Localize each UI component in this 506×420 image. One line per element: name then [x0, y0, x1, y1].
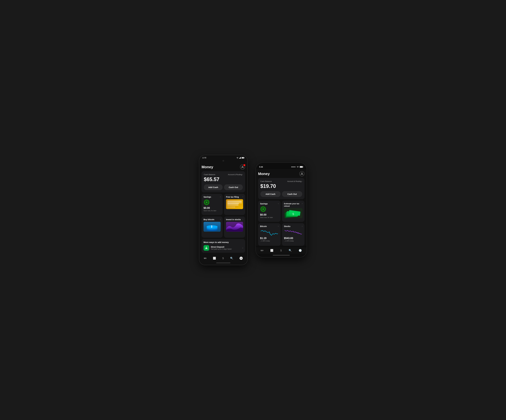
ios-bottom-cards-grid: Bitcoin › $1.19 ↓ 2.48% today Stocks: [258, 223, 305, 246]
ios-bitcoin-change: ↓ 2.48% today: [260, 240, 279, 242]
android-avatar[interactable]: 1: [240, 164, 245, 170]
ios-balance-card: Cash Balance Account & Routing › $19.70 …: [258, 178, 305, 199]
android-nav-notifications[interactable]: 11: [240, 257, 243, 260]
ios-add-cash-button[interactable]: Add Cash: [260, 191, 280, 197]
ios-nav-search[interactable]: 🔍: [289, 249, 292, 252]
notification-badge: 1: [243, 164, 245, 166]
android-direct-deposit[interactable]: Direct Deposit Get paid up to 2 days fas…: [204, 245, 243, 251]
ios-bottom-nav: $19 ⬜ $ 🔍 🕐: [256, 247, 307, 254]
ios-notch: [269, 165, 286, 169]
android-header: Money 1: [201, 162, 245, 171]
ios-balance-amount: $19.70: [260, 183, 302, 189]
direct-deposit-title: Direct Deposit: [211, 246, 241, 248]
android-savings-card[interactable]: Savings › $0.00 Save now, for later: [201, 194, 223, 215]
bitcoin-illustration: ₿: [204, 222, 221, 232]
ios-bitcoin-amount: $1.19: [260, 237, 279, 240]
ios-bitcoin-chart: [260, 228, 279, 237]
ios-search-nav-icon: 🔍: [289, 249, 292, 252]
android-nav-dollar[interactable]: $: [222, 257, 224, 260]
svg-point-7: [242, 166, 243, 167]
ios-savings-chevron: ›: [278, 203, 279, 204]
ios-tax-card[interactable]: Estimate your tax refund ›: [282, 201, 305, 222]
svg-text:₿: ₿: [211, 225, 212, 228]
ios-bitcoin-chevron: ›: [278, 225, 279, 227]
android-more-ways-title: More ways to add money: [204, 241, 243, 243]
ios-phone: 5:44: [256, 163, 307, 257]
banking-icon: ⬜: [213, 257, 216, 260]
android-add-cash-button[interactable]: Add Cash: [204, 184, 223, 190]
tax-image: [226, 199, 243, 209]
search-nav-icon: 🔍: [230, 257, 233, 260]
android-time: 12:55: [202, 157, 206, 159]
android-more-ways: More ways to add money Direct Deposit Ge…: [201, 239, 245, 253]
svg-point-19: [301, 173, 302, 174]
android-nav-banking[interactable]: ⬜: [213, 257, 216, 260]
ios-savings-card[interactable]: Savings › $0.00 Save now, for later: [258, 201, 280, 222]
android-balance-amount: $65.57: [204, 177, 243, 182]
ios-signal: [291, 167, 296, 167]
android-title: Money: [201, 165, 213, 169]
download-icon: [205, 246, 208, 249]
ios-dollar-icon: $: [280, 249, 282, 252]
ios-stocks-card[interactable]: Stocks › $543.83 ↓ 1.43% today: [282, 223, 305, 246]
tax-chevron: ›: [243, 196, 243, 198]
android-savings-amount: $0.00: [204, 207, 221, 210]
ios-stocks-chevron: ›: [302, 225, 302, 227]
android-balance-label: Cash Balance: [204, 173, 215, 176]
svg-rect-5: [244, 158, 245, 158]
savings-icon: [204, 199, 210, 205]
ios-wifi-icon: [297, 166, 299, 168]
svg-rect-6: [242, 157, 244, 158]
android-stocks-card[interactable]: Invest in stocks ›: [224, 217, 245, 238]
svg-rect-2: [240, 157, 241, 159]
ios-avatar[interactable]: [299, 171, 305, 176]
ios-nav-history[interactable]: 🕐: [299, 249, 302, 252]
stocks-image: [226, 222, 243, 232]
dollar-icon: $: [222, 257, 224, 260]
direct-deposit-subtitle: Get paid up to 2 days faster: [211, 248, 241, 250]
ios-cash-out-button[interactable]: Cash Out: [282, 191, 302, 197]
ios-nav-banking[interactable]: ⬜: [270, 249, 273, 252]
ios-home-bar: [273, 255, 290, 256]
ios-header: Money: [258, 169, 305, 178]
android-tax-card[interactable]: Free tax filing ›: [224, 194, 245, 215]
ios-banking-icon: ⬜: [270, 249, 273, 252]
svg-rect-17: [303, 167, 303, 167]
android-nav-balance[interactable]: $65: [204, 257, 206, 259]
signal-icon: [239, 157, 241, 159]
bitcoin-chart-svg: [260, 228, 279, 237]
ios-content: Money Cash Balance Account & Routing ›: [256, 169, 307, 246]
android-account-routing[interactable]: Account & Routing ›: [228, 174, 243, 176]
stocks-illustration: [226, 222, 243, 232]
svg-rect-0: [239, 158, 240, 159]
direct-deposit-icon: [204, 245, 209, 251]
android-nav-search[interactable]: 🔍: [230, 257, 233, 260]
bitcoin-chevron: ›: [220, 218, 221, 220]
tax-illustration: [226, 199, 243, 209]
battery-icon: [242, 157, 245, 159]
android-bitcoin-card[interactable]: Buy bitcoin › ₿: [201, 217, 223, 238]
ios-stocks-amount: $543.83: [284, 237, 302, 240]
ios-account-routing[interactable]: Account & Routing ›: [287, 180, 302, 182]
android-cash-out-button[interactable]: Cash Out: [224, 184, 243, 190]
ios-balance-label: Cash Balance: [260, 180, 272, 182]
svg-rect-3: [241, 157, 241, 159]
ios-savings-icon: [260, 206, 266, 212]
wifi-icon: [236, 157, 239, 159]
ios-nav-balance[interactable]: $19: [261, 250, 263, 251]
android-savings-subtitle: Save now, for later: [204, 210, 221, 211]
svg-rect-9: [227, 204, 239, 206]
ios-status-right: [291, 166, 303, 168]
ios-nav-dollar[interactable]: $: [280, 249, 282, 252]
ios-bitcoin-card[interactable]: Bitcoin › $1.19 ↓ 2.48% today: [258, 223, 280, 246]
ios-top-cards-grid: Savings › $0.00 Save now, for later Esti…: [258, 201, 305, 222]
android-status-bar: 12:55: [199, 155, 247, 159]
stocks-chart-svg: [284, 228, 302, 237]
scene: 12:55: [191, 147, 315, 273]
ios-battery-icon: [300, 166, 303, 168]
android-balance-card: Cash Balance Account & Routing › $65.57 …: [201, 171, 245, 192]
ios-savings-amount: $0.00: [260, 213, 279, 216]
ios-stocks-change: ↓ 1.43% today: [284, 240, 302, 242]
money-illustration: $: [284, 208, 302, 218]
svg-rect-18: [300, 166, 303, 167]
